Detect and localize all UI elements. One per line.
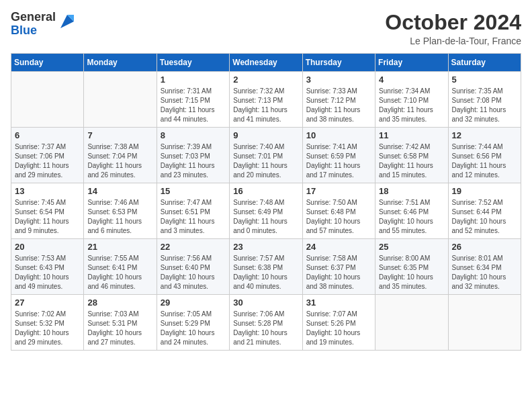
calendar-cell: 5Sunrise: 7:35 AMSunset: 7:08 PMDaylight… (448, 72, 521, 128)
day-number: 27 (15, 298, 80, 308)
calendar-cell: 6Sunrise: 7:37 AMSunset: 7:06 PMDaylight… (11, 128, 84, 183)
day-info: Sunrise: 7:32 AMSunset: 7:13 PMDaylight:… (233, 87, 298, 124)
day-number: 30 (233, 298, 298, 308)
day-info: Sunrise: 7:53 AMSunset: 6:43 PMDaylight:… (15, 254, 80, 291)
day-header-wednesday: Wednesday (230, 54, 302, 72)
day-info: Sunrise: 7:40 AMSunset: 7:01 PMDaylight:… (233, 142, 298, 180)
day-info: Sunrise: 7:52 AMSunset: 6:44 PMDaylight:… (452, 198, 517, 236)
calendar-cell: 2Sunrise: 7:32 AMSunset: 7:13 PMDaylight… (230, 72, 302, 128)
calendar-cell: 12Sunrise: 7:44 AMSunset: 6:56 PMDayligh… (448, 128, 521, 183)
day-number: 16 (233, 186, 298, 196)
day-number: 23 (233, 242, 298, 252)
day-number: 31 (306, 298, 371, 308)
calendar-cell (84, 72, 157, 128)
day-number: 11 (379, 130, 444, 140)
day-header-friday: Friday (375, 54, 448, 72)
logo-icon (58, 12, 77, 31)
calendar-cell: 11Sunrise: 7:42 AMSunset: 6:58 PMDayligh… (375, 128, 448, 183)
day-header-sunday: Sunday (11, 54, 84, 72)
month-title: October 2024 (385, 11, 521, 34)
calendar-cell: 31Sunrise: 7:07 AMSunset: 5:26 PMDayligh… (302, 295, 375, 351)
calendar-cell: 13Sunrise: 7:45 AMSunset: 6:54 PMDayligh… (11, 183, 84, 239)
calendar-week-2: 6Sunrise: 7:37 AMSunset: 7:06 PMDaylight… (11, 128, 521, 183)
day-number: 24 (306, 242, 371, 252)
calendar-cell: 9Sunrise: 7:40 AMSunset: 7:01 PMDaylight… (230, 128, 302, 183)
day-info: Sunrise: 7:47 AMSunset: 6:51 PMDaylight:… (161, 198, 226, 236)
day-number: 10 (306, 130, 371, 140)
day-number: 17 (306, 186, 371, 196)
logo-general: General (11, 10, 56, 24)
day-number: 19 (452, 186, 517, 196)
day-info: Sunrise: 7:50 AMSunset: 6:48 PMDaylight:… (306, 198, 371, 236)
day-number: 28 (87, 298, 152, 308)
day-number: 21 (87, 242, 152, 252)
calendar-cell (11, 72, 84, 128)
day-info: Sunrise: 7:44 AMSunset: 6:56 PMDaylight:… (452, 142, 517, 180)
title-section: October 2024 Le Plan-de-la-Tour, France (385, 11, 521, 46)
day-number: 4 (379, 75, 444, 85)
day-number: 25 (379, 242, 444, 252)
day-number: 3 (306, 75, 371, 85)
day-info: Sunrise: 7:37 AMSunset: 7:06 PMDaylight:… (15, 142, 80, 180)
calendar-cell: 10Sunrise: 7:41 AMSunset: 6:59 PMDayligh… (302, 128, 375, 183)
day-info: Sunrise: 7:51 AMSunset: 6:46 PMDaylight:… (379, 198, 444, 236)
calendar-cell: 4Sunrise: 7:34 AMSunset: 7:10 PMDaylight… (375, 72, 448, 128)
day-number: 6 (15, 130, 80, 140)
day-number: 20 (15, 242, 80, 252)
calendar-header-row: SundayMondayTuesdayWednesdayThursdayFrid… (11, 54, 521, 72)
calendar-cell: 26Sunrise: 8:01 AMSunset: 6:34 PMDayligh… (448, 239, 521, 295)
calendar-cell: 22Sunrise: 7:56 AMSunset: 6:40 PMDayligh… (157, 239, 229, 295)
day-header-saturday: Saturday (448, 54, 521, 72)
logo-blue: Blue (11, 24, 37, 37)
day-header-thursday: Thursday (302, 54, 375, 72)
calendar-cell: 7Sunrise: 7:38 AMSunset: 7:04 PMDaylight… (84, 128, 157, 183)
day-info: Sunrise: 7:58 AMSunset: 6:37 PMDaylight:… (306, 254, 371, 291)
day-header-monday: Monday (84, 54, 157, 72)
day-number: 15 (161, 186, 226, 196)
day-info: Sunrise: 7:48 AMSunset: 6:49 PMDaylight:… (233, 198, 298, 236)
calendar-cell: 24Sunrise: 7:58 AMSunset: 6:37 PMDayligh… (302, 239, 375, 295)
day-info: Sunrise: 8:01 AMSunset: 6:34 PMDaylight:… (452, 254, 517, 291)
day-number: 1 (161, 75, 226, 85)
calendar-cell: 27Sunrise: 7:02 AMSunset: 5:32 PMDayligh… (11, 295, 84, 351)
calendar-cell: 8Sunrise: 7:39 AMSunset: 7:03 PMDaylight… (157, 128, 229, 183)
calendar-cell: 1Sunrise: 7:31 AMSunset: 7:15 PMDaylight… (157, 72, 229, 128)
day-number: 7 (87, 130, 152, 140)
calendar-cell: 18Sunrise: 7:51 AMSunset: 6:46 PMDayligh… (375, 183, 448, 239)
calendar-cell: 21Sunrise: 7:55 AMSunset: 6:41 PMDayligh… (84, 239, 157, 295)
day-number: 18 (379, 186, 444, 196)
calendar-cell: 19Sunrise: 7:52 AMSunset: 6:44 PMDayligh… (448, 183, 521, 239)
calendar-cell: 23Sunrise: 7:57 AMSunset: 6:38 PMDayligh… (230, 239, 302, 295)
day-number: 14 (87, 186, 152, 196)
calendar-cell: 30Sunrise: 7:06 AMSunset: 5:28 PMDayligh… (230, 295, 302, 351)
calendar-week-3: 13Sunrise: 7:45 AMSunset: 6:54 PMDayligh… (11, 183, 521, 239)
calendar-cell: 3Sunrise: 7:33 AMSunset: 7:12 PMDaylight… (302, 72, 375, 128)
day-info: Sunrise: 7:55 AMSunset: 6:41 PMDaylight:… (87, 254, 152, 291)
day-info: Sunrise: 7:38 AMSunset: 7:04 PMDaylight:… (87, 142, 152, 180)
calendar-cell: 25Sunrise: 8:00 AMSunset: 6:35 PMDayligh… (375, 239, 448, 295)
day-info: Sunrise: 7:03 AMSunset: 5:31 PMDaylight:… (87, 310, 152, 347)
day-info: Sunrise: 8:00 AMSunset: 6:35 PMDaylight:… (379, 254, 444, 291)
day-number: 13 (15, 186, 80, 196)
day-info: Sunrise: 7:39 AMSunset: 7:03 PMDaylight:… (161, 142, 226, 180)
day-info: Sunrise: 7:06 AMSunset: 5:28 PMDaylight:… (233, 310, 298, 347)
calendar-cell: 28Sunrise: 7:03 AMSunset: 5:31 PMDayligh… (84, 295, 157, 351)
calendar-week-5: 27Sunrise: 7:02 AMSunset: 5:32 PMDayligh… (11, 295, 521, 351)
calendar-cell: 14Sunrise: 7:46 AMSunset: 6:53 PMDayligh… (84, 183, 157, 239)
day-info: Sunrise: 7:05 AMSunset: 5:29 PMDaylight:… (161, 310, 226, 347)
calendar-week-1: 1Sunrise: 7:31 AMSunset: 7:15 PMDaylight… (11, 72, 521, 128)
day-number: 5 (452, 75, 517, 85)
logo: General Blue (11, 11, 77, 38)
day-header-tuesday: Tuesday (157, 54, 229, 72)
day-info: Sunrise: 7:31 AMSunset: 7:15 PMDaylight:… (161, 87, 226, 124)
calendar-cell: 29Sunrise: 7:05 AMSunset: 5:29 PMDayligh… (157, 295, 229, 351)
day-info: Sunrise: 7:34 AMSunset: 7:10 PMDaylight:… (379, 87, 444, 124)
day-info: Sunrise: 7:56 AMSunset: 6:40 PMDaylight:… (161, 254, 226, 291)
calendar-table: SundayMondayTuesdayWednesdayThursdayFrid… (11, 53, 521, 351)
calendar-week-4: 20Sunrise: 7:53 AMSunset: 6:43 PMDayligh… (11, 239, 521, 295)
calendar-cell: 16Sunrise: 7:48 AMSunset: 6:49 PMDayligh… (230, 183, 302, 239)
day-info: Sunrise: 7:02 AMSunset: 5:32 PMDaylight:… (15, 310, 80, 347)
calendar-cell (448, 295, 521, 351)
day-info: Sunrise: 7:57 AMSunset: 6:38 PMDaylight:… (233, 254, 298, 291)
calendar-cell (375, 295, 448, 351)
